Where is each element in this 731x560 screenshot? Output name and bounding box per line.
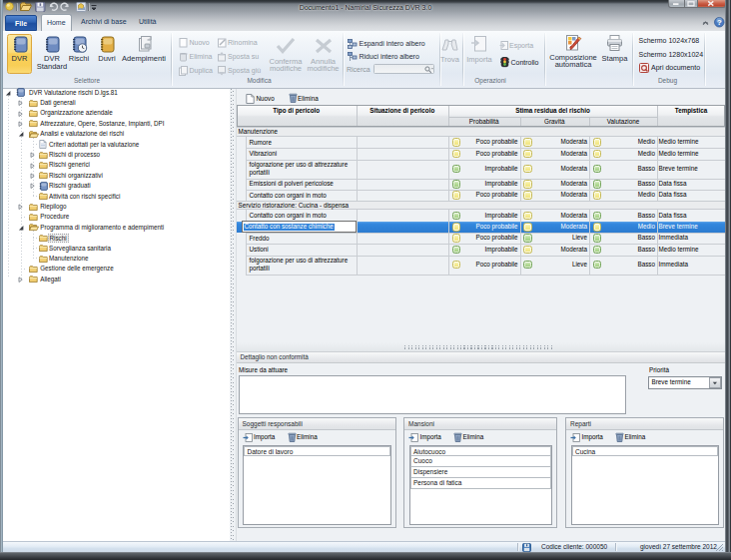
- svg-text:?: ?: [716, 18, 721, 27]
